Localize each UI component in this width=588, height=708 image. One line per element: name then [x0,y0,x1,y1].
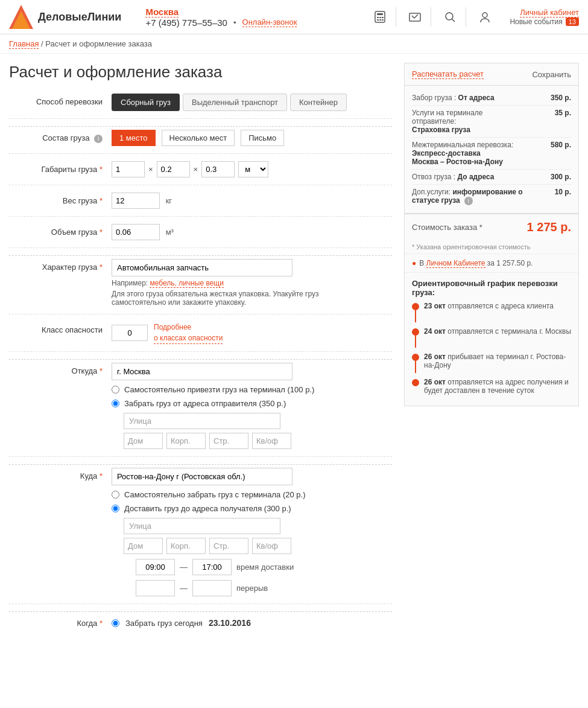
danger-controls: Подробнее о классах опасности [112,322,392,344]
char-input[interactable] [112,259,292,276]
volume-row: Объем груза * м³ [9,224,392,248]
cargo-count-row: Состав груза i 1 место Несколько мест Пи… [9,130,392,154]
dim-sep-2: × [194,165,198,174]
from-radio-terminal[interactable] [112,386,119,394]
save-link[interactable]: Сохранить [532,70,571,79]
transport-btn-sborniy[interactable]: Сборный груз [112,94,180,111]
calculator-icon-btn[interactable] [370,7,396,27]
when-row: Когда * Забрать груз сегодня 23.10.2016 [9,615,392,635]
lk-title[interactable]: Личный кабинет [520,8,579,18]
from-dom-input[interactable] [124,433,163,449]
to-korp-input[interactable] [166,538,206,554]
search-icon-btn[interactable] [440,7,466,27]
schedule-desc-4: отправляется на адрес получения и будет … [424,378,569,395]
to-time-label: время доставки [236,563,294,572]
char-hint-link[interactable]: мебель, личные вещи [150,279,223,288]
dim-input-3[interactable] [201,161,235,177]
savings-icon: ● [412,259,416,267]
to-street-input[interactable] [124,518,280,534]
to-radio-terminal[interactable] [112,491,119,499]
when-option-label: Забрать груз сегодня [125,619,203,628]
sb-row-4: Отвоз груза : До адреса 300 р. [412,170,571,185]
sb-price-4: 300 р. [551,173,571,181]
danger-label: Класс опасности [9,322,112,334]
when-controls: Забрать груз сегодня 23.10.2016 [112,618,392,628]
cargo-btn-1[interactable]: 1 место [112,130,156,146]
sb-total-label: Стоимость заказа * [412,223,482,232]
weight-row: Вес груза * кг [9,193,392,217]
status-info-icon[interactable]: i [464,197,473,205]
dim-input-2[interactable] [157,161,190,177]
lk-link[interactable]: Личном Кабинете [426,259,485,268]
from-street-input[interactable] [124,413,280,429]
unit-select[interactable]: м см [238,161,268,177]
schedule-line-2 [415,336,416,348]
to-option1[interactable]: Самостоятельно забрать груз с терминала … [112,490,392,499]
schedule-item-4: 26 окт отправляется на адрес получения и… [412,378,571,395]
schedule-title: Ориентировочный график перевозки груза: [412,279,571,297]
to-radio-address[interactable] [112,505,119,512]
from-radio-address[interactable] [112,400,119,407]
danger-input[interactable] [112,325,148,341]
from-option1[interactable]: Самостоятельно привезти груз на терминал… [112,385,392,394]
weight-input[interactable] [112,193,160,209]
sb-price-2: 35 р. [555,109,571,117]
to-time-sep: — [180,563,188,572]
print-link[interactable]: Распечатать расчет [412,69,484,79]
when-label: Когда * [9,615,112,628]
from-kvof-input[interactable] [252,433,291,449]
to-option2[interactable]: Доставить груз до адреса получателя (300… [112,504,392,513]
char-row: Характер груза * Например: мебель, личны… [9,259,392,314]
to-kvof-input[interactable] [252,538,291,554]
city-name[interactable]: Москва [145,7,179,18]
transport-label: Способ перевозки [9,94,112,106]
schedule-item-1: 23 окт отправляется с адреса клиента [412,302,571,322]
char-warning: Для этого груза обязательна жесткая упак… [112,290,353,307]
to-break-to[interactable] [192,580,232,596]
to-break-from[interactable] [136,580,175,596]
to-time-from[interactable] [136,559,175,575]
svg-rect-8 [379,19,381,21]
account-icon-btn[interactable] [475,7,501,27]
page-title: Расчет и оформление заказа [9,63,392,81]
city-selector[interactable]: Москва +7 (495) 775–55–30 • Онлайн-звоно… [145,7,297,28]
from-korp-input[interactable] [166,433,206,449]
danger-detail-link[interactable]: Подробнее о классах опасности [154,322,223,344]
from-address-fields [124,413,392,449]
header-icons: Личный кабинет Новые события 13 [370,7,579,27]
from-option2[interactable]: Забрать груз от адреса отправителя (350 … [112,399,392,408]
form-area: Расчет и оформление заказа Способ перево… [9,63,392,635]
when-radio[interactable] [112,619,119,627]
cargo-count-info-icon[interactable]: i [94,135,103,143]
from-str-input[interactable] [209,433,248,449]
tracking-icon [408,10,422,24]
transport-btn-vydel[interactable]: Выделенный транспорт [183,94,287,111]
char-controls: Например: мебель, личные вещи Для этого … [112,259,392,307]
to-str-input[interactable] [209,538,248,554]
lk-badge-area: Новые события 13 [510,18,579,26]
sidebar: Распечатать расчет Сохранить Забор груза… [404,63,579,635]
schedule-desc-1: отправляется с адреса клиента [447,302,554,310]
sidebar-rows: Забор груза : От адреса 350 р. Услуги на… [405,86,578,213]
lk-area[interactable]: Личный кабинет Новые события 13 [510,8,579,26]
volume-unit: м³ [166,228,174,237]
to-time-to[interactable] [192,559,232,575]
tracking-icon-btn[interactable] [405,7,431,27]
to-address-fields: — время доставки — перерыв [124,518,392,596]
cargo-btn-multi[interactable]: Несколько мест [162,130,235,146]
sb-total-row: Стоимость заказа * 1 275 р. [405,213,578,240]
breadcrumb-separator: / [41,39,43,48]
cargo-count-label: Состав груза i [9,130,112,143]
schedule-dot-4 [412,379,419,386]
breadcrumb-current: Расчет и оформление заказа [45,39,152,48]
to-city-input[interactable] [112,468,292,485]
dim-input-1[interactable] [112,161,145,177]
from-city-input[interactable] [112,363,292,380]
transport-btn-container[interactable]: Контейнер [290,94,347,111]
to-dom-input[interactable] [124,538,163,554]
online-call-link[interactable]: Онлайн-звонок [242,18,297,27]
breadcrumb-home[interactable]: Главная [9,39,39,49]
logo-text: ДеловыеЛинии [38,11,121,24]
volume-input[interactable] [112,224,160,240]
cargo-btn-letter[interactable]: Письмо [241,130,284,146]
